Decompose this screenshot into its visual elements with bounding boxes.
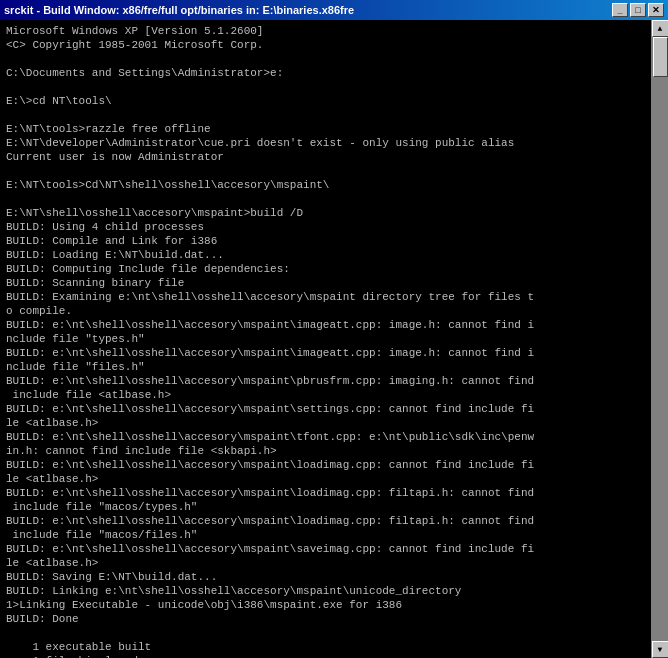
- terminal-output: Microsoft Windows XP [Version 5.1.2600] …: [0, 20, 651, 658]
- window-controls: _ □ ✕: [612, 3, 664, 17]
- scroll-thumb[interactable]: [653, 37, 668, 77]
- content-area: Microsoft Windows XP [Version 5.1.2600] …: [0, 20, 668, 658]
- minimize-button[interactable]: _: [612, 3, 628, 17]
- scroll-track[interactable]: [652, 37, 668, 641]
- window-title: srckit - Build Window: x86/fre/full opt/…: [4, 4, 354, 16]
- scroll-up-button[interactable]: ▲: [652, 20, 669, 37]
- title-bar: srckit - Build Window: x86/fre/full opt/…: [0, 0, 668, 20]
- scrollbar[interactable]: ▲ ▼: [651, 20, 668, 658]
- close-button[interactable]: ✕: [648, 3, 664, 17]
- maximize-button[interactable]: □: [630, 3, 646, 17]
- window: srckit - Build Window: x86/fre/full opt/…: [0, 0, 668, 658]
- scroll-down-button[interactable]: ▼: [652, 641, 669, 658]
